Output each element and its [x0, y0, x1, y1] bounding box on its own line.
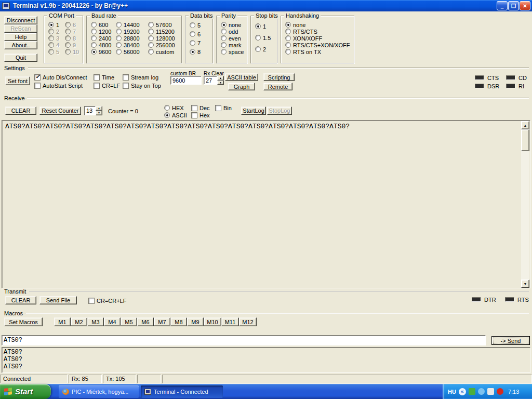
auto-disconnect-checkbox[interactable]: Auto Dis/Connect [34, 74, 87, 81]
macro-button-m10[interactable]: M10 [204, 317, 221, 326]
spin-down-icon[interactable]: ▼ [96, 111, 102, 115]
com-option-3[interactable]: 3 [48, 35, 59, 42]
baud-option-600[interactable]: 600 [91, 21, 108, 28]
com-option-7[interactable]: 7 [65, 28, 76, 35]
baud-option-128000[interactable]: 128000 [148, 35, 175, 42]
handshake-option-xonxoff[interactable]: XON/XOFF [285, 35, 322, 42]
baud-option-28800[interactable]: 28800 [116, 35, 140, 42]
stopbits-option-1[interactable]: 1 [255, 23, 266, 30]
minimize-button[interactable]: _ [497, 1, 508, 10]
spin-up-icon[interactable]: ▲ [217, 76, 224, 81]
counter-count-input[interactable] [84, 106, 96, 115]
macro-button-m2[interactable]: M2 [71, 317, 87, 326]
spin-down-icon[interactable]: ▼ [217, 81, 224, 85]
graph-button[interactable]: Graph [228, 83, 255, 90]
macro-button-m12[interactable]: M12 [239, 317, 257, 326]
help-button[interactable]: Help [4, 33, 37, 41]
macro-button-m11[interactable]: M11 [221, 317, 239, 326]
com-option-10[interactable]: 10 [65, 48, 79, 55]
about-button[interactable]: About.. [4, 41, 37, 49]
databits-option-5[interactable]: 5 [190, 22, 201, 29]
baud-option-1200[interactable]: 1200 [91, 28, 111, 35]
parity-option-space[interactable]: space [221, 48, 244, 55]
baud-option-14400[interactable]: 14400 [116, 21, 140, 28]
send-input[interactable] [2, 335, 486, 345]
send-file-button[interactable]: Send File [39, 296, 77, 304]
handshake-option-both[interactable]: RTS/CTS+XON/XOFF [285, 42, 350, 48]
macro-button-m6[interactable]: M6 [137, 317, 154, 326]
databits-option-6[interactable]: 6 [190, 31, 201, 37]
transmit-history-area[interactable]: ATS0? ATS0? ATS0? [2, 347, 530, 373]
set-font-button[interactable]: Set font [5, 76, 30, 85]
baud-option-115200[interactable]: 115200 [148, 28, 175, 35]
rx-dec-checkbox[interactable]: Dec [191, 104, 210, 111]
transmit-clear-button[interactable]: CLEAR [5, 296, 36, 304]
baud-option-9600[interactable]: 9600 [91, 48, 111, 55]
send-button[interactable]: -> Send [491, 336, 530, 345]
parity-option-even[interactable]: even [221, 35, 241, 42]
custom-br-input[interactable] [170, 76, 202, 85]
parity-option-odd[interactable]: odd [221, 28, 238, 35]
macro-button-m9[interactable]: M9 [187, 317, 204, 326]
start-button[interactable]: Start [0, 384, 51, 399]
stoplog-button[interactable]: StopLog [267, 107, 292, 115]
macro-button-m3[interactable]: M3 [87, 317, 104, 326]
scripting-button[interactable]: Scripting [263, 73, 295, 81]
tray-icon-white[interactable] [487, 388, 494, 395]
scroll-down-icon[interactable]: ▼ [521, 280, 529, 288]
handshake-option-rtscts[interactable]: RTS/CTS [285, 28, 317, 35]
baud-option-2400[interactable]: 2400 [91, 35, 111, 42]
baud-option-custom[interactable]: custom [148, 48, 174, 55]
rx-hex-checkbox[interactable]: Hex [191, 112, 210, 118]
tray-icon-blue[interactable] [478, 388, 485, 395]
macro-button-m1[interactable]: M1 [54, 317, 71, 326]
taskbar-task-terminal[interactable]: Terminal - Connected [141, 385, 223, 398]
baud-option-256000[interactable]: 256000 [148, 42, 175, 48]
parity-option-none[interactable]: none [221, 21, 241, 28]
scrollbar-thumb[interactable] [521, 129, 529, 151]
startlog-button[interactable]: StartLog [241, 107, 266, 115]
close-button[interactable]: ✕ [520, 1, 530, 10]
rx-bin-checkbox[interactable]: Bin [215, 104, 232, 111]
restore-button[interactable]: ❐ [508, 1, 519, 10]
com-option-4[interactable]: 4 [48, 42, 59, 48]
com-option-2[interactable]: 2 [48, 28, 59, 35]
baud-option-38400[interactable]: 38400 [116, 42, 140, 48]
cr-lf-checkbox[interactable]: CR=LF [94, 82, 120, 89]
set-macros-button[interactable]: Set Macros [4, 317, 43, 326]
parity-option-mark[interactable]: mark [221, 42, 241, 48]
receive-terminal-area[interactable]: ATS0?ATS0?ATS0?ATS0?ATS0?ATS0?ATS0?ATS0?… [2, 120, 530, 288]
rx-ascii-radio[interactable]: ASCII [164, 112, 187, 118]
com-option-5[interactable]: 5 [48, 48, 59, 55]
ascii-table-button[interactable]: ASCII table [225, 73, 258, 81]
stay-on-top-checkbox[interactable]: Stay on Top [123, 82, 161, 89]
stopbits-option-2[interactable]: 2 [255, 46, 266, 52]
databits-option-8[interactable]: 8 [190, 48, 201, 55]
databits-option-7[interactable]: 7 [190, 39, 201, 46]
rx-clear-input[interactable] [204, 76, 217, 85]
macro-button-m7[interactable]: M7 [154, 317, 170, 326]
macro-button-m8[interactable]: M8 [170, 317, 187, 326]
com-option-6[interactable]: 6 [65, 21, 76, 28]
tray-icon-green[interactable] [469, 388, 475, 395]
receive-clear-button[interactable]: CLEAR [5, 107, 36, 115]
disconnect-button[interactable]: Disconnect [4, 16, 37, 24]
baud-option-19200[interactable]: 19200 [116, 28, 140, 35]
quit-button[interactable]: Quit [4, 54, 37, 62]
spin-up-icon[interactable]: ▲ [96, 106, 102, 111]
scroll-up-icon[interactable]: ▲ [521, 121, 529, 129]
handshake-option-rts-on-tx[interactable]: RTS on TX [285, 48, 321, 55]
com-option-9[interactable]: 9 [65, 42, 76, 48]
com-option-8[interactable]: 8 [65, 35, 76, 42]
time-checkbox[interactable]: Time [94, 74, 114, 81]
stream-log-checkbox[interactable]: Stream log [123, 74, 158, 81]
receive-scrollbar[interactable]: ▲ ▼ [521, 121, 529, 288]
reset-counter-button[interactable]: Reset Counter [39, 107, 81, 115]
baud-option-56000[interactable]: 56000 [116, 48, 140, 55]
taskbar-task-firefox[interactable]: PIC - Miértek, hogya... [59, 385, 139, 398]
com-option-1[interactable]: 1 [48, 21, 59, 28]
macro-button-m4[interactable]: M4 [104, 317, 121, 326]
rx-hex-radio[interactable]: HEX [164, 104, 184, 111]
autostart-script-checkbox[interactable]: AutoStart Script [34, 82, 83, 89]
ati-icon[interactable] [497, 388, 503, 395]
